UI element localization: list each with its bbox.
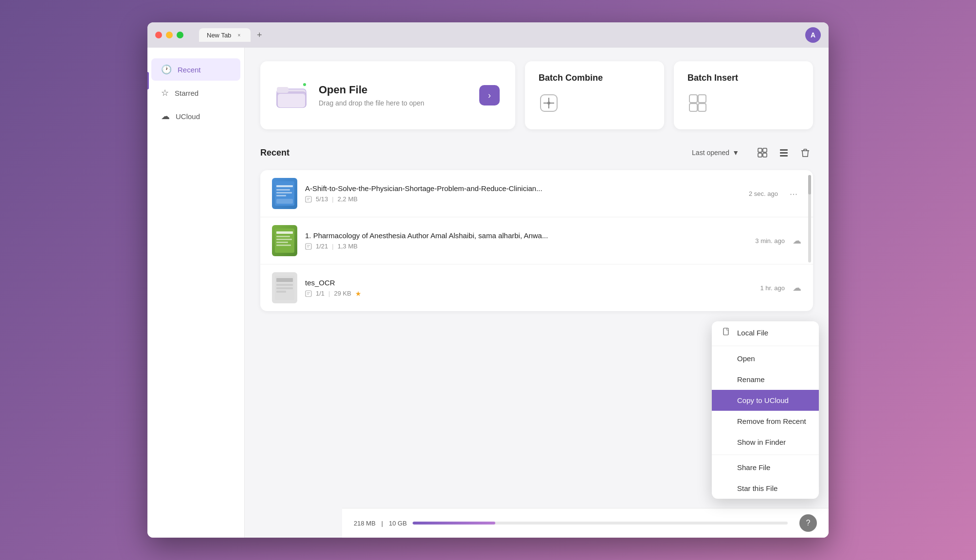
file-thumbnail-3: [272, 272, 297, 303]
svg-rect-20: [780, 155, 788, 157]
app-content: 🕐 Recent ☆ Starred ☁ UCloud: [147, 48, 829, 538]
open-file-subtitle: Drag and drop the file here to open: [319, 99, 424, 107]
recent-header: Recent Last opened ▼: [260, 145, 813, 160]
svg-rect-42: [276, 284, 293, 286]
svg-rect-45: [306, 291, 311, 297]
context-menu-item-local-file[interactable]: Local File: [712, 321, 819, 344]
browser-window: New Tab × + A 🕐 Recent ☆ Starred ☁ UClou…: [147, 22, 829, 538]
context-menu-item-rename[interactable]: Rename: [712, 369, 819, 390]
svg-rect-10: [689, 95, 697, 103]
new-tab-button[interactable]: +: [253, 28, 266, 42]
delete-button[interactable]: [797, 145, 813, 160]
tab-close-button[interactable]: ×: [235, 31, 243, 39]
file-pages-3: 1/1: [316, 290, 325, 297]
batch-combine-icon: [539, 93, 651, 118]
context-item-share-file-label: Share File: [737, 463, 770, 472]
sort-label: Last opened: [692, 149, 729, 157]
context-menu: Local File Open Rename Copy to UCloud: [712, 321, 819, 499]
storage-bar: [413, 522, 788, 525]
sort-dropdown[interactable]: Last opened ▼: [692, 149, 739, 157]
file-time-1: 2 sec. ago: [749, 190, 778, 197]
file-thumbnail-1: [272, 178, 297, 209]
file-actions-1: ···: [786, 186, 801, 201]
list-view-button[interactable]: [776, 145, 792, 160]
storage-used: 218 MB: [354, 520, 376, 527]
grid-view-button[interactable]: [755, 145, 770, 160]
svg-point-9: [547, 102, 550, 105]
file-time-3: 1 hr. ago: [760, 284, 785, 292]
context-menu-item-show-finder[interactable]: Show in Finder: [712, 432, 819, 453]
star-nav-icon: ☆: [161, 88, 169, 98]
context-menu-item-open[interactable]: Open: [712, 348, 819, 369]
svg-rect-14: [758, 148, 762, 152]
svg-rect-19: [780, 152, 788, 154]
file-size-1: 2,2 MB: [338, 195, 358, 203]
file-item: A-Shift-to-Solve-the-Physician-Shortage-…: [260, 170, 813, 217]
scrollbar-thumb[interactable]: [808, 175, 811, 194]
open-file-card[interactable]: Open File Drag and drop the file here to…: [260, 61, 515, 129]
scrollbar[interactable]: [808, 175, 811, 262]
sidebar-item-ucloud[interactable]: ☁ UCloud: [151, 105, 240, 127]
batch-combine-card[interactable]: Batch Combine: [525, 61, 664, 129]
sidebar-item-starred[interactable]: ☆ Starred: [151, 82, 240, 104]
storage-total: 10 GB: [389, 520, 407, 527]
tab-bar: New Tab × +: [199, 28, 266, 42]
context-item-remove-recent-label: Remove from Recent: [737, 417, 806, 425]
tab-label: New Tab: [207, 32, 231, 39]
batch-insert-title: Batch Insert: [687, 73, 799, 83]
context-item-open-label: Open: [737, 354, 755, 363]
context-menu-item-remove-recent[interactable]: Remove from Recent: [712, 411, 819, 432]
context-menu-item-share-file[interactable]: Share File: [712, 457, 819, 478]
open-file-text: Open File Drag and drop the file here to…: [319, 84, 424, 107]
maximize-button[interactable]: [177, 32, 183, 38]
svg-rect-4: [278, 94, 305, 107]
sort-arrow-icon: ▼: [732, 149, 739, 157]
cloud-nav-icon: ☁: [161, 111, 170, 122]
file-info-2: 1. Pharmacology of Anesthesia Author Ama…: [305, 231, 747, 250]
context-menu-item-star-file[interactable]: Star this File: [712, 478, 819, 499]
sidebar-label-starred: Starred: [175, 89, 199, 97]
file-name-3: tes_OCR: [305, 279, 752, 287]
svg-rect-24: [276, 189, 290, 191]
svg-rect-25: [276, 192, 292, 193]
minimize-button[interactable]: [166, 32, 173, 38]
title-bar: New Tab × + A: [147, 22, 829, 48]
svg-rect-17: [763, 153, 767, 157]
close-button[interactable]: [155, 32, 162, 38]
sidebar-item-recent[interactable]: 🕐 Recent: [151, 58, 240, 81]
open-file-arrow-button[interactable]: ›: [479, 85, 500, 105]
file-actions-2: ☁: [793, 235, 801, 246]
svg-rect-12: [689, 104, 697, 111]
traffic-lights: [155, 32, 183, 38]
svg-rect-15: [763, 148, 767, 152]
main-area: Open File Drag and drop the file here to…: [245, 48, 829, 538]
help-button[interactable]: ?: [799, 514, 817, 532]
context-divider-1: [712, 346, 819, 346]
file-info-1: A-Shift-to-Solve-the-Physician-Shortage-…: [305, 184, 741, 203]
svg-rect-18: [780, 149, 788, 151]
file-thumbnail-2: [272, 225, 297, 256]
green-dot: [302, 82, 307, 87]
recent-icon: 🕐: [161, 64, 172, 75]
sidebar-label-ucloud: UCloud: [176, 112, 200, 121]
svg-rect-26: [276, 195, 286, 196]
svg-rect-11: [698, 95, 706, 103]
context-item-rename-label: Rename: [737, 375, 765, 384]
context-menu-item-copy-ucloud[interactable]: Copy to UCloud: [712, 390, 819, 411]
context-divider-2: [712, 455, 819, 455]
file-pages-1: 5/13: [316, 195, 328, 203]
local-file-icon: [722, 328, 731, 337]
batch-insert-card[interactable]: Batch Insert: [674, 61, 813, 129]
sidebar-label-recent: Recent: [178, 66, 201, 74]
svg-rect-37: [306, 244, 311, 249]
svg-rect-44: [276, 291, 286, 293]
svg-rect-33: [276, 236, 290, 237]
svg-rect-5: [277, 87, 289, 93]
more-button-1[interactable]: ···: [786, 186, 801, 201]
file-name-2: 1. Pharmacology of Anesthesia Author Ama…: [305, 231, 747, 240]
user-avatar[interactable]: A: [805, 27, 821, 43]
view-icons: [755, 145, 813, 160]
context-item-star-file-label: Star this File: [737, 484, 777, 492]
current-tab[interactable]: New Tab ×: [199, 28, 251, 42]
bottom-bar: 218 MB | 10 GB ?: [342, 508, 829, 538]
